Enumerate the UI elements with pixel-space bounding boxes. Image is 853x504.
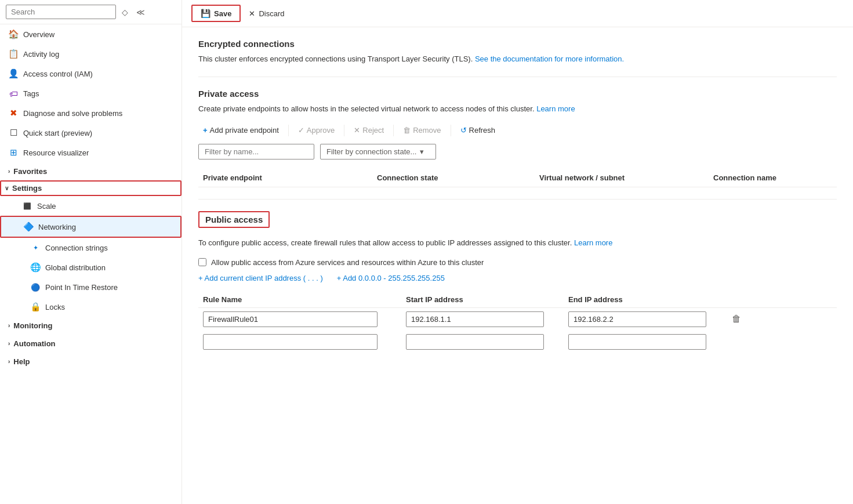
sidebar-item-label: Quick start (preview): [23, 129, 92, 137]
sidebar-item-overview[interactable]: 🏠 Overview: [0, 24, 182, 44]
search-bar: ◇ ≪: [0, 0, 182, 24]
sidebar-item-diagnose[interactable]: ✖ Diagnose and solve problems: [0, 103, 182, 123]
sidebar-item-networking[interactable]: 🔷 Networking: [0, 216, 182, 238]
sidebar-group-favorites[interactable]: › Favorites: [0, 162, 182, 180]
encrypted-connections-title: Encrypted connections: [198, 39, 837, 49]
search-input[interactable]: [6, 5, 116, 19]
end-ip-input-2[interactable]: [568, 334, 706, 350]
quickstart-icon: ☐: [8, 128, 19, 138]
sidebar-group-monitoring[interactable]: › Monitoring: [0, 317, 182, 335]
sidebar-item-label: Point In Time Restore: [45, 283, 118, 292]
diagnose-icon: ✖: [8, 108, 19, 118]
private-access-desc: Create private endpoints to allow hosts …: [198, 103, 837, 115]
firewall-table-header: Rule Name Start IP address End IP addres…: [198, 292, 837, 308]
separator-2: [344, 125, 344, 136]
sidebar-item-access-control[interactable]: 👤 Access control (IAM): [0, 64, 182, 84]
divider-2: [198, 199, 837, 200]
reject-icon: ✕: [354, 126, 360, 135]
save-button[interactable]: 💾 Save: [191, 5, 241, 22]
separator-4: [451, 125, 451, 136]
sidebar-item-label: Overview: [23, 30, 55, 39]
sidebar-item-label: Resource visualizer: [23, 148, 89, 157]
allow-azure-services-checkbox[interactable]: [198, 258, 206, 266]
add-client-ip-link[interactable]: + Add current client IP address ( . . . …: [198, 274, 323, 282]
start-ip-cell-1: [401, 311, 564, 327]
rule-name-input-2[interactable]: [203, 334, 378, 350]
public-access-title: Public access: [198, 211, 270, 228]
sidebar-group-help[interactable]: › Help: [0, 353, 182, 371]
sidebar-item-label: Scale: [37, 202, 56, 211]
search-diamond-icon[interactable]: ◇: [119, 6, 130, 18]
fth-start-ip: Start IP address: [401, 295, 564, 304]
main-content: 💾 Save ✕ Discard Encrypted connections T…: [182, 0, 853, 504]
rule-name-cell-1: [198, 311, 401, 327]
sidebar-item-locks[interactable]: 🔒 Locks: [0, 297, 182, 317]
add-private-endpoint-button[interactable]: + Add private endpoint: [198, 124, 284, 137]
sidebar-item-label: Activity log: [23, 50, 59, 59]
reject-button[interactable]: ✕ Reject: [349, 124, 389, 137]
delete-cell-1: 🗑: [726, 313, 755, 325]
end-ip-input-1[interactable]: [568, 311, 706, 327]
networking-icon: 🔷: [23, 222, 34, 232]
point-in-time-icon: 🔵: [30, 282, 41, 292]
favorites-caret-icon: ›: [8, 168, 10, 175]
sidebar-group-automation[interactable]: › Automation: [0, 335, 182, 353]
allow-azure-services-label: Allow public access from Azure services …: [211, 258, 484, 267]
toolbar: 💾 Save ✕ Discard: [182, 0, 853, 27]
access-control-icon: 👤: [8, 68, 19, 79]
sidebar-group-settings[interactable]: ∨ Settings: [0, 180, 182, 196]
rule-name-input-1[interactable]: [203, 311, 378, 327]
encrypted-connections-section: Encrypted connections This cluster enfor…: [198, 39, 837, 65]
sidebar-item-global-distribution[interactable]: 🌐 Global distribution: [0, 258, 182, 277]
sidebar-item-activity-log[interactable]: 📋 Activity log: [0, 44, 182, 64]
private-access-learn-more-link[interactable]: Learn more: [536, 104, 575, 113]
sidebar-item-label: Networking: [38, 223, 76, 231]
tags-icon: 🏷: [8, 88, 19, 99]
connection-strings-icon: ✦: [30, 242, 41, 253]
sidebar-group-label: Monitoring: [13, 321, 52, 330]
discard-button[interactable]: ✕ Discard: [241, 6, 292, 21]
fth-end-ip: End IP address: [564, 295, 726, 304]
locks-icon: 🔒: [30, 302, 41, 312]
start-ip-cell-2: [401, 334, 564, 350]
add-all-link[interactable]: + Add 0.0.0.0 - 255.255.255.255: [337, 274, 445, 282]
separator-1: [288, 125, 289, 136]
delete-rule-1-button[interactable]: 🗑: [728, 313, 745, 325]
sidebar-group-label: Settings: [12, 184, 42, 193]
sidebar: ◇ ≪ 🏠 Overview 📋 Activity log 👤 Access c…: [0, 0, 182, 504]
firewall-rule-row-1: 🗑: [198, 308, 837, 331]
filter-state-dropdown[interactable]: Filter by connection state... ▾: [320, 144, 436, 159]
sidebar-item-quickstart[interactable]: ☐ Quick start (preview): [0, 123, 182, 143]
th-virtual-network: Virtual network / subnet: [535, 173, 709, 182]
start-ip-input-2[interactable]: [406, 334, 544, 350]
sidebar-group-label: Help: [13, 357, 30, 366]
refresh-button[interactable]: ↺ Refresh: [456, 124, 500, 137]
sidebar-item-tags[interactable]: 🏷 Tags: [0, 84, 182, 103]
sidebar-item-label: Diagnose and solve problems: [23, 109, 122, 118]
sidebar-item-label: Access control (IAM): [23, 70, 93, 78]
fth-rule-name: Rule Name: [198, 295, 401, 304]
public-access-section: Public access To configure public access…: [198, 211, 837, 353]
start-ip-input-1[interactable]: [406, 311, 544, 327]
remove-button[interactable]: 🗑 Remove: [398, 124, 445, 137]
global-distribution-icon: 🌐: [30, 262, 41, 273]
automation-caret-icon: ›: [8, 340, 10, 347]
private-access-section: Private access Create private endpoints …: [198, 89, 837, 188]
monitoring-caret-icon: ›: [8, 322, 10, 329]
end-ip-cell-2: [564, 334, 726, 350]
sidebar-item-point-in-time[interactable]: 🔵 Point In Time Restore: [0, 277, 182, 297]
collapse-sidebar-icon[interactable]: ≪: [134, 6, 147, 18]
sidebar-item-connection-strings[interactable]: ✦ Connection strings: [0, 238, 182, 258]
sidebar-item-scale[interactable]: ⬛ Scale: [0, 196, 182, 216]
sidebar-item-label: Connection strings: [45, 244, 108, 252]
filter-name-input[interactable]: [198, 144, 314, 159]
separator-3: [393, 125, 394, 136]
private-endpoint-table-header: Private endpoint Connection state Virtua…: [198, 169, 837, 187]
public-access-learn-more-link[interactable]: Learn more: [574, 238, 612, 247]
sidebar-item-resource-visualizer[interactable]: ⊞ Resource visualizer: [0, 143, 182, 162]
resource-visualizer-icon: ⊞: [8, 147, 19, 158]
approve-button[interactable]: ✓ Approve: [293, 124, 339, 137]
remove-trash-icon: 🗑: [403, 126, 411, 135]
firewall-rules-table: Rule Name Start IP address End IP addres…: [198, 292, 837, 353]
encrypted-connections-link[interactable]: See the documentation for more informati…: [475, 55, 624, 63]
